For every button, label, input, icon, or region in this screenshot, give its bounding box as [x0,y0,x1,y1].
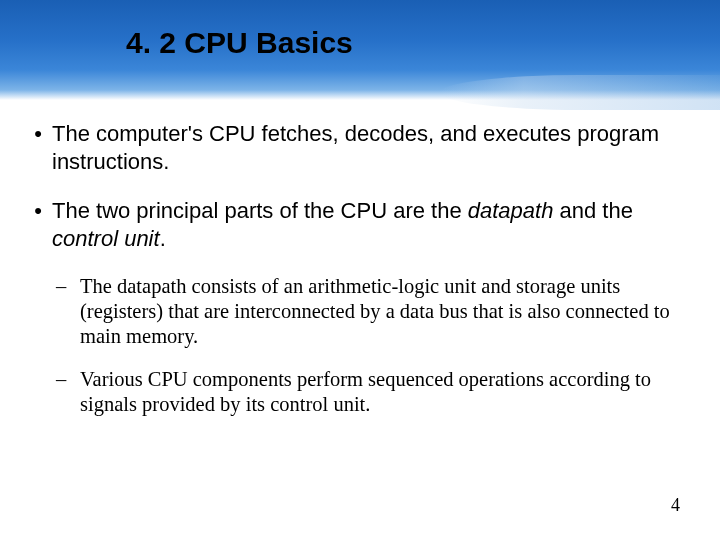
page-number: 4 [671,495,680,516]
bullet-text: The computer's CPU fetches, decodes, and… [52,120,696,175]
bullet-text-part: and the [553,198,633,223]
bullet-item: • The two principal parts of the CPU are… [24,197,696,252]
dash-icon: – [56,274,80,349]
bullet-text-italic: control unit [52,226,160,251]
bullet-dot-icon: • [24,197,52,252]
sub-bullet-text: The datapath consists of an arithmetic-l… [80,274,696,349]
bullet-dot-icon: • [24,120,52,175]
sub-bullet-text: Various CPU components perform sequenced… [80,367,696,417]
bullet-text-part: . [160,226,166,251]
bullet-text: The two principal parts of the CPU are t… [52,197,696,252]
sub-bullet-item: – The datapath consists of an arithmetic… [56,274,696,349]
slide-content: • The computer's CPU fetches, decodes, a… [24,120,696,435]
bullet-text-italic: datapath [468,198,554,223]
slide-header-swoosh [440,75,720,110]
bullet-item: • The computer's CPU fetches, decodes, a… [24,120,696,175]
dash-icon: – [56,367,80,417]
bullet-text-part: The two principal parts of the CPU are t… [52,198,468,223]
slide-title: 4. 2 CPU Basics [126,26,353,60]
sub-bullet-item: – Various CPU components perform sequenc… [56,367,696,417]
